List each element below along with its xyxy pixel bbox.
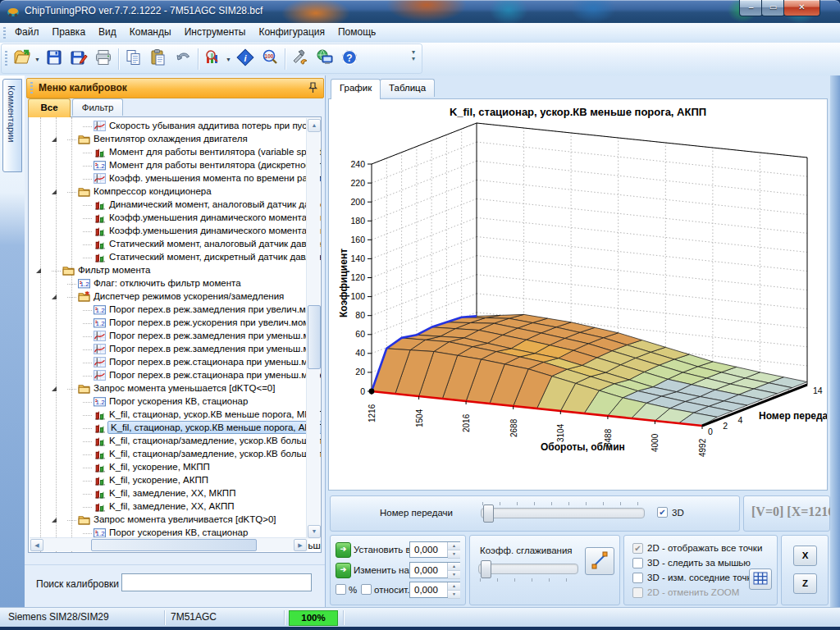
tab-filter[interactable]: Фильтр <box>72 98 123 116</box>
save-as-button[interactable] <box>66 46 91 71</box>
undo-button[interactable] <box>171 46 195 71</box>
change-value-spinner[interactable]: ▲▼ <box>447 563 460 578</box>
comments-side-tab[interactable]: Комментарии <box>2 79 22 172</box>
calibration-panel: Меню калибровок Все Фильтр Скорость убыв… <box>25 75 326 607</box>
tab-all[interactable]: Все <box>28 98 71 117</box>
cursor-coordinates: [V=0] [X=1216] [Z=0] <box>751 504 840 519</box>
percent-checkbox[interactable] <box>336 584 346 595</box>
tree-vertical-scrollbar[interactable]: ▲ ▼ <box>306 118 320 539</box>
tree-item-label: Коэфф.уменьшения динамического момента п… <box>109 226 322 235</box>
open-button[interactable] <box>10 46 34 71</box>
menu-файл[interactable]: Файл <box>8 23 46 43</box>
maximize-button[interactable]: ▭ <box>761 0 785 16</box>
x-axis-button[interactable]: X <box>793 546 817 566</box>
map-icon <box>94 501 106 512</box>
tree-connector <box>83 376 92 377</box>
set-value-spinner[interactable]: ▲▼ <box>447 542 460 557</box>
tree-item-label: Момент для работы вентилятора (дискретно… <box>109 160 322 170</box>
window-title: ChipTuningPRO ver.7.7.2.1222 - 7M51AGC S… <box>25 5 262 16</box>
tree-connector <box>83 323 92 324</box>
expander-icon[interactable] <box>36 268 41 273</box>
open-dropdown-caret[interactable]: ▼ <box>34 46 42 71</box>
paste-button[interactable] <box>146 46 171 71</box>
tree-item-label: Запрос момента увеличивается [dKTQ>0] <box>94 514 276 524</box>
gear-slider-thumb[interactable] <box>483 504 494 523</box>
smoothing-slider[interactable] <box>478 564 578 574</box>
menu-конфигурация[interactable]: Конфигурация <box>252 23 331 43</box>
copy-button[interactable] <box>121 46 146 71</box>
menu-команды[interactable]: Команды <box>123 23 178 43</box>
close-button[interactable]: ✕ <box>783 0 820 16</box>
smoothing-slider-thumb[interactable] <box>481 560 491 578</box>
svg-text:140: 140 <box>350 253 365 263</box>
relative-checkbox[interactable] <box>361 584 372 595</box>
apply-set-button[interactable]: ➔ <box>336 542 351 558</box>
option-checkbox-0[interactable]: ✔ <box>632 543 643 554</box>
info-button[interactable]: i <box>233 46 258 71</box>
menu-помощь[interactable]: Помощь <box>331 23 382 43</box>
num-icon: 1.2 <box>94 396 106 407</box>
status-project: 7M51AGC <box>171 611 217 623</box>
calibration-search-input[interactable] <box>121 573 312 591</box>
z-axis-button[interactable]: Z <box>793 573 817 594</box>
expander-icon[interactable] <box>52 137 57 142</box>
tree-connector <box>83 428 92 429</box>
info-icon: i <box>236 48 254 66</box>
third-value-spinner[interactable]: ▲▼ <box>447 582 460 597</box>
svg-text:220: 220 <box>350 178 365 188</box>
map-icon <box>94 226 106 236</box>
expander-icon[interactable] <box>52 294 57 299</box>
menu-вид[interactable]: Вид <box>92 23 123 43</box>
chart-area[interactable]: K_fil, стационар, ускор.КВ меньше порога… <box>328 98 828 491</box>
tree-item-label: Статический момент, дискретный датчик да… <box>109 252 322 262</box>
surface-chart[interactable]: 0204060801001201401601802002202401216150… <box>329 104 827 488</box>
svg-text:4000: 4000 <box>651 433 660 452</box>
tree-item-label: Динамический момент, аналоговый датчик д… <box>109 199 322 209</box>
tree-connector <box>67 520 76 521</box>
menu-правка[interactable]: Правка <box>46 23 93 43</box>
pin-icon[interactable] <box>308 82 318 94</box>
expander-icon[interactable] <box>52 189 57 194</box>
tree-connector <box>83 258 92 258</box>
option-checkbox-3[interactable] <box>632 587 643 598</box>
save-button[interactable] <box>42 46 66 71</box>
chart-zoom-button[interactable] <box>201 46 226 71</box>
apply-change-button[interactable]: ➔ <box>336 563 351 578</box>
gear-slider[interactable] <box>481 508 645 518</box>
help-button[interactable]: ? <box>337 46 362 71</box>
tree-item-label: Флаг: отключить фильтр момента <box>94 278 241 288</box>
3d-checkbox[interactable]: ✔ <box>657 507 668 518</box>
num-icon: 1.2 <box>94 304 106 315</box>
minimize-button[interactable]: – <box>739 0 763 16</box>
menu-инструменты[interactable]: Инструменты <box>178 23 253 43</box>
option-checkbox-1[interactable] <box>632 558 643 568</box>
tree-horizontal-scrollbar[interactable]: ◀ ▶ <box>30 537 308 551</box>
option-label-3: 2D - отменить ZOOM <box>647 587 739 597</box>
folder-icon <box>62 265 75 276</box>
print-button[interactable] <box>91 46 116 71</box>
title-bar[interactable]: ChipTuningPRO ver.7.7.2.1222 - 7M51AGC S… <box>0 0 840 23</box>
map-icon <box>94 475 106 486</box>
print-icon <box>94 48 112 66</box>
tools-button[interactable] <box>288 46 313 71</box>
smoothing-line-button[interactable] <box>585 547 614 575</box>
grid-button[interactable] <box>749 568 772 590</box>
svg-text:2: 2 <box>723 421 728 431</box>
expander-icon[interactable] <box>52 518 57 523</box>
toolbar-overflow-icon[interactable]: ▾▾ <box>412 49 415 62</box>
web-update-button[interactable] <box>313 46 337 71</box>
zoom-100-button[interactable]: 100 <box>258 46 282 71</box>
curve-icon <box>94 357 106 368</box>
tab-chart[interactable]: График <box>331 79 381 99</box>
chart-zoom-dropdown-caret[interactable]: ▼ <box>226 46 233 71</box>
set-label: Установить в <box>354 545 411 555</box>
tree-guide <box>56 117 57 552</box>
option-checkbox-2[interactable] <box>632 573 643 583</box>
tab-table[interactable]: Таблица <box>380 79 435 97</box>
status-bar: Siemens SIM28/SIM29 7M51AGC 100% <box>0 607 840 628</box>
percent-label: % <box>349 585 357 595</box>
right-pane: График Таблица K_fil, стационар, ускор.К… <box>326 75 830 607</box>
folder-icon <box>78 383 90 394</box>
left-dock: Комментарии <box>0 75 25 607</box>
expander-icon[interactable] <box>52 386 57 391</box>
